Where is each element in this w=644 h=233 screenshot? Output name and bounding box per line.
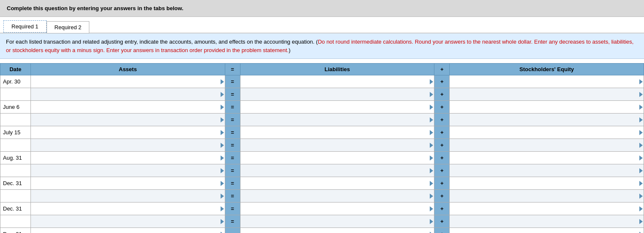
table-row: Apr. 30=+ [0, 75, 644, 88]
liabilities-input[interactable] [240, 127, 434, 139]
assets-input[interactable] [31, 101, 225, 113]
date-cell: Dec. 31 [0, 228, 31, 233]
equity-cell[interactable] [450, 101, 644, 114]
equity-cell-sub[interactable] [450, 88, 644, 101]
tab-required1-label: Required 1 [11, 23, 39, 30]
liabilities-cell-sub[interactable] [240, 114, 434, 126]
liabilities-input-sub[interactable] [240, 165, 434, 177]
assets-cell[interactable] [31, 101, 225, 114]
equity-cell[interactable] [450, 177, 644, 190]
equity-input-sub[interactable] [450, 139, 644, 151]
assets-cell[interactable] [31, 152, 225, 164]
table-row: Dec. 31=+ [0, 177, 644, 190]
date-cell: July 15 [0, 126, 31, 139]
equity-cell-sub[interactable] [450, 139, 644, 152]
equity-input-sub[interactable] [450, 216, 644, 227]
plus-cell-sub: + [434, 139, 450, 152]
equity-cell[interactable] [450, 202, 644, 215]
assets-input-sub[interactable] [31, 190, 225, 202]
liabilities-cell[interactable] [240, 228, 434, 233]
equity-input-sub[interactable] [450, 114, 644, 126]
tab-required2[interactable]: Required 2 [47, 21, 90, 33]
liabilities-input[interactable] [240, 152, 434, 164]
liabilities-input[interactable] [240, 178, 434, 189]
assets-cell-sub[interactable] [31, 164, 225, 177]
equals-cell: = [225, 101, 240, 114]
assets-cell-sub[interactable] [31, 88, 225, 101]
instructions-main: For each listed transaction and related … [6, 39, 318, 45]
liabilities-cell-sub[interactable] [240, 139, 434, 152]
equity-input-sub[interactable] [450, 190, 644, 202]
liabilities-cell-sub[interactable] [240, 190, 434, 202]
liabilities-cell[interactable] [240, 75, 434, 88]
liabilities-input-sub[interactable] [240, 89, 434, 100]
liabilities-input-sub[interactable] [240, 139, 434, 151]
equity-input[interactable] [450, 152, 644, 164]
equals-cell: = [225, 75, 240, 88]
equity-input-sub[interactable] [450, 89, 644, 100]
assets-cell-sub[interactable] [31, 114, 225, 126]
liabilities-cell[interactable] [240, 202, 434, 215]
equity-cell-sub[interactable] [450, 114, 644, 126]
liabilities-input-sub[interactable] [240, 216, 434, 227]
col-header-eq: = [225, 64, 240, 75]
equity-input-sub[interactable] [450, 165, 644, 177]
liabilities-input[interactable] [240, 203, 434, 215]
liabilities-input-sub[interactable] [240, 114, 434, 126]
assets-input-sub[interactable] [31, 139, 225, 151]
liabilities-cell-sub[interactable] [240, 215, 434, 228]
tab-required1[interactable]: Required 1 [3, 20, 47, 33]
liabilities-cell[interactable] [240, 152, 434, 164]
assets-cell[interactable] [31, 177, 225, 190]
liabilities-cell[interactable] [240, 126, 434, 139]
equity-cell[interactable] [450, 152, 644, 164]
assets-cell-sub[interactable] [31, 139, 225, 152]
assets-cell[interactable] [31, 126, 225, 139]
equals-cell-sub: = [225, 114, 240, 126]
equity-cell-sub[interactable] [450, 164, 644, 177]
plus-cell: + [434, 177, 450, 190]
equity-input[interactable] [450, 101, 644, 113]
equals-cell-sub: = [225, 215, 240, 228]
equity-cell-sub[interactable] [450, 215, 644, 228]
equity-cell[interactable] [450, 75, 644, 88]
equals-cell-sub: = [225, 139, 240, 152]
equity-input[interactable] [450, 203, 644, 215]
instructions-suffix: ) [289, 47, 290, 53]
assets-cell[interactable] [31, 202, 225, 215]
equity-input[interactable] [450, 76, 644, 88]
assets-cell-sub[interactable] [31, 190, 225, 202]
equity-input[interactable] [450, 228, 644, 233]
equity-cell-sub[interactable] [450, 190, 644, 202]
assets-input[interactable] [31, 127, 225, 139]
liabilities-input-sub[interactable] [240, 190, 434, 202]
col-header-plus: + [434, 64, 450, 75]
assets-input-sub[interactable] [31, 165, 225, 177]
assets-input[interactable] [31, 203, 225, 215]
table-row: June 6=+ [0, 101, 644, 114]
assets-input[interactable] [31, 178, 225, 189]
liabilities-cell-sub[interactable] [240, 88, 434, 101]
equity-cell[interactable] [450, 126, 644, 139]
assets-input[interactable] [31, 228, 225, 233]
liabilities-cell-sub[interactable] [240, 164, 434, 177]
liabilities-input[interactable] [240, 101, 434, 113]
liabilities-input[interactable] [240, 76, 434, 88]
assets-input-sub[interactable] [31, 89, 225, 100]
assets-input-sub[interactable] [31, 114, 225, 126]
equity-input[interactable] [450, 178, 644, 189]
liabilities-input[interactable] [240, 228, 434, 233]
assets-cell[interactable] [31, 228, 225, 233]
assets-input[interactable] [31, 76, 225, 88]
table-wrapper: Date Assets = Liabilities + Stockholders… [0, 59, 644, 233]
liabilities-cell[interactable] [240, 177, 434, 190]
assets-cell[interactable] [31, 75, 225, 88]
equity-input[interactable] [450, 127, 644, 139]
date-cell: Dec. 31 [0, 202, 31, 215]
equity-cell[interactable] [450, 228, 644, 233]
liabilities-cell[interactable] [240, 101, 434, 114]
assets-cell-sub[interactable] [31, 215, 225, 228]
assets-input-sub[interactable] [31, 216, 225, 227]
plus-cell: + [434, 152, 450, 164]
assets-input[interactable] [31, 152, 225, 164]
